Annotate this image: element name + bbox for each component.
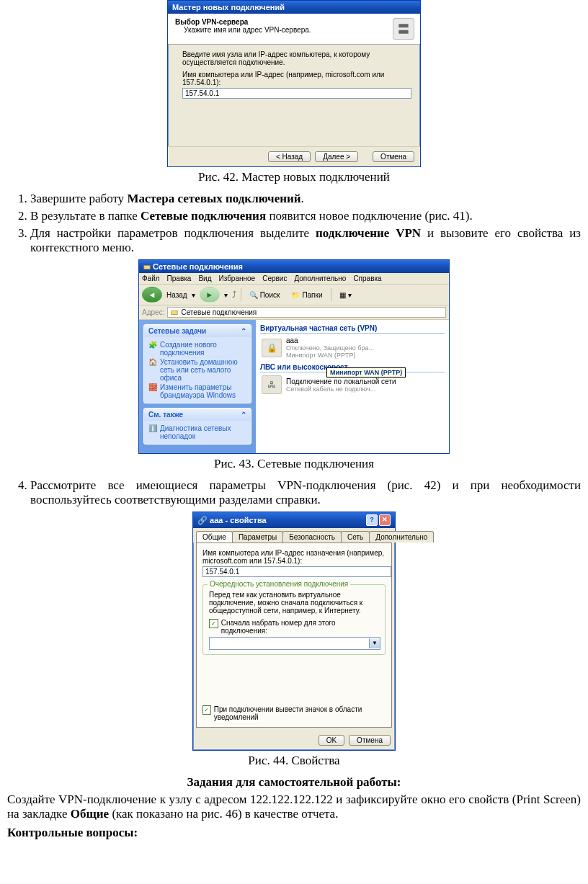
- explorer-window: Сетевые подключения Файл Правка Вид Избр…: [138, 259, 450, 454]
- home-network-icon: 🏠: [148, 358, 157, 366]
- menu-file[interactable]: Файл: [142, 274, 160, 282]
- task-link[interactable]: 🏠Установить домашнюю сеть или сеть малог…: [148, 357, 246, 383]
- dial-first-checkbox[interactable]: ✓ Сначала набрать номер для этого подклю…: [209, 619, 379, 635]
- server-icon: [393, 18, 414, 40]
- tab-security[interactable]: Безопасность: [282, 531, 342, 543]
- chevron-down-icon: ▼: [369, 638, 380, 648]
- forward-nav-button[interactable]: ►: [200, 287, 220, 303]
- back-nav-button[interactable]: ◄: [142, 287, 162, 303]
- menubar[interactable]: Файл Правка Вид Избранное Сервис Дополни…: [139, 273, 449, 285]
- tab-advanced[interactable]: Дополнительно: [369, 531, 434, 543]
- tab-general[interactable]: Общие: [196, 531, 233, 543]
- vpn-icon: 🔒: [262, 339, 282, 357]
- search-icon: 🔍: [249, 291, 258, 299]
- group-lan-header: ЛВС или высокоскорост Минипорт WAN (PPTP…: [260, 362, 445, 372]
- svg-rect-1: [172, 311, 177, 314]
- svg-rect-0: [144, 266, 150, 269]
- vpn-name: aaa: [286, 336, 374, 344]
- task-link[interactable]: 🧩Создание нового подключения: [148, 340, 246, 357]
- tabs: Общие Параметры Безопасность Сеть Дополн…: [193, 528, 395, 543]
- properties-titlebar: 🔗 aaa - свойства ? ✕: [193, 512, 395, 528]
- seealso-link[interactable]: ℹ️Диагностика сетевых неполадок: [148, 424, 246, 441]
- step-1: Завершите работу Мастера сетевых подключ…: [30, 192, 581, 206]
- wizard-title-text: Мастер новых подключений: [172, 3, 285, 12]
- collapse-icon[interactable]: ⌃: [241, 411, 246, 419]
- tab-options[interactable]: Параметры: [232, 531, 283, 543]
- tab-pane-general: Имя компьютера или IP-адрес назначения (…: [196, 543, 392, 728]
- step-4: Рассмотрите все имеющиеся параметры VPN-…: [30, 478, 581, 507]
- address-input[interactable]: Сетевые подключения: [167, 307, 446, 318]
- caption-43: Рис. 43. Сетевые подключения: [7, 457, 581, 471]
- steps-list: Завершите работу Мастера сетевых подключ…: [7, 192, 581, 255]
- views-button[interactable]: ▦▾: [336, 290, 355, 300]
- explorer-titlebar: Сетевые подключения: [139, 260, 449, 273]
- step-2: В результате в папке Сетевые подключения…: [30, 209, 581, 223]
- folders-icon: 📁: [291, 291, 300, 299]
- seealso-title: См. также: [148, 411, 183, 419]
- wizard-instr1: Введите имя узла или IP-адрес компьютера…: [182, 50, 406, 66]
- seealso-panel: См. также ⌃ ℹ️Диагностика сетевых непола…: [143, 408, 251, 445]
- menu-favorites[interactable]: Избранное: [218, 274, 255, 282]
- steps-list-2: Рассмотрите все имеющиеся параметры VPN-…: [7, 478, 581, 507]
- group-title: Очередность установления подключения: [208, 580, 350, 588]
- dropdown-icon[interactable]: ▾: [224, 291, 228, 299]
- back-button[interactable]: < Назад: [268, 151, 311, 162]
- checkbox-icon: ✓: [209, 619, 218, 628]
- connections-area: Виртуальная частная сеть (VPN) 🔒 aaa Отк…: [256, 320, 449, 453]
- dial-order-group: Очередность установления подключения Пер…: [202, 584, 386, 655]
- wizard-window: Мастер новых подключений Выбор VPN-серве…: [167, 0, 421, 167]
- tray-icon-checkbox[interactable]: ✓ При подключении вывести значок в облас…: [202, 705, 386, 721]
- search-button[interactable]: 🔍 Поиск: [246, 290, 284, 300]
- caption-42: Рис. 42. Мастер новых подключений: [7, 170, 581, 184]
- vpn-connection-item[interactable]: 🔒 aaa Отключено, Защищено бра... Минипор…: [260, 334, 445, 362]
- dial-connection-select[interactable]: ▼: [209, 637, 380, 650]
- properties-title-text: aaa - свойства: [210, 516, 267, 524]
- task-paragraph: Создайте VPN-подключение к узлу с адресо…: [7, 793, 581, 821]
- side-panel: Сетевые задачи ⌃ 🧩Создание нового подклю…: [139, 320, 256, 453]
- up-icon[interactable]: ⤴: [232, 290, 236, 300]
- step-3: Для настройки параметров подключения выд…: [30, 226, 581, 255]
- wizard-instr2: Имя компьютера или IP-адрес (например, m…: [182, 71, 406, 86]
- new-connection-icon: 🧩: [148, 341, 157, 349]
- lan-name: Подключение по локальной сети: [286, 378, 396, 385]
- menu-advanced[interactable]: Дополнительно: [294, 274, 346, 282]
- menu-edit[interactable]: Правка: [167, 274, 192, 282]
- views-icon: ▦: [339, 291, 346, 299]
- collapse-icon[interactable]: ⌃: [241, 327, 246, 335]
- back-label: Назад: [166, 291, 187, 299]
- firewall-icon: 🧱: [148, 383, 157, 391]
- host-label: Имя компьютера или IP-адрес назначения (…: [202, 549, 386, 565]
- tasks-panel: Сетевые задачи ⌃ 🧩Создание нового подклю…: [143, 324, 251, 403]
- folders-button[interactable]: 📁 Папки: [288, 290, 326, 300]
- explorer-title-text: Сетевые подключения: [153, 262, 243, 271]
- next-button[interactable]: Далее >: [315, 151, 358, 162]
- ok-button[interactable]: OK: [318, 735, 344, 746]
- address-bar: Адрес: Сетевые подключения: [139, 305, 449, 320]
- dropdown-icon[interactable]: ▾: [192, 291, 195, 299]
- menu-help[interactable]: Справка: [353, 274, 381, 282]
- close-button[interactable]: ✕: [379, 514, 391, 526]
- tasks-title: Сетевые задачи: [148, 327, 206, 335]
- group-desc: Перед тем как установить виртуальное под…: [209, 591, 379, 615]
- cancel-button[interactable]: Отмена: [373, 151, 414, 162]
- tasks-heading: Задания для самостоятельной работы:: [7, 775, 581, 790]
- menu-view[interactable]: Вид: [198, 274, 211, 282]
- diagnostics-icon: ℹ️: [148, 424, 157, 432]
- cancel-button[interactable]: Отмена: [349, 735, 391, 746]
- wizard-titlebar: Мастер новых подключений: [168, 1, 420, 14]
- questions-heading: Контрольные вопросы:: [7, 826, 581, 840]
- wizard-step-title: Выбор VPN-сервера: [175, 18, 311, 26]
- checkbox-icon: ✓: [202, 705, 211, 715]
- tab-network[interactable]: Сеть: [341, 531, 370, 543]
- host-input[interactable]: [202, 566, 391, 577]
- vpn-address-input[interactable]: [182, 88, 411, 99]
- address-label: Адрес:: [142, 308, 164, 316]
- network-connections-icon: [143, 264, 151, 271]
- lan-connection-item[interactable]: 🖧 Подключение по локальной сети Сетевой …: [260, 372, 445, 397]
- help-button[interactable]: ?: [366, 514, 378, 526]
- task-link[interactable]: 🧱Изменить параметры брандмауэра Windows: [148, 383, 246, 400]
- connection-icon: 🔗: [197, 516, 208, 524]
- menu-tools[interactable]: Сервис: [262, 274, 287, 282]
- caption-44: Рис. 44. Свойства: [7, 754, 581, 768]
- properties-window: 🔗 aaa - свойства ? ✕ Общие Параметры Без…: [192, 512, 396, 751]
